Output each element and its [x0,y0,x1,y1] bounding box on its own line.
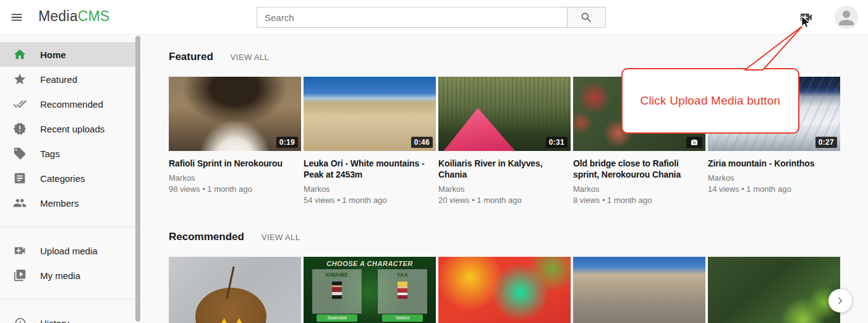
sidebar-scrollbar[interactable] [135,36,140,322]
search-button[interactable] [567,7,606,28]
thumbnail-detail [195,288,267,323]
featured-view-all-link[interactable]: VIEW ALL [231,53,269,62]
thumbnail-game-name: YAA [378,272,427,278]
thumbnail-game-button: Selected [317,314,357,322]
user-avatar[interactable] [835,6,858,29]
thumbnail-detail [226,266,235,299]
search-icon [580,11,593,24]
video-thumbnail[interactable] [169,257,301,323]
video-thumbnail[interactable] [573,257,705,323]
upload-media-icon [13,244,27,257]
thumbnail-detail [216,318,247,323]
duration-badge: 0:27 [815,137,837,148]
search-input[interactable] [257,7,567,28]
tag-icon [13,147,27,160]
media-meta: 98 views • 1 month ago [169,184,301,194]
sidebar-item-label: Members [40,198,79,209]
sidebar-divider [0,299,136,299]
thumbnail-game-button: Select [382,314,423,322]
media-card: CHOOSE A CHARACTER KWAME Selected YAA Se… [304,257,436,323]
new-releases-icon [13,122,27,136]
done-all-icon [13,97,27,111]
video-thumbnail[interactable]: 0:19 [169,77,301,151]
media-card [573,257,705,323]
sidebar-item-label: Tags [40,149,60,159]
section-title: Featured [169,51,213,63]
sidebar-item-members[interactable]: Members [0,191,136,215]
thumbnail-detail [444,108,516,151]
thumbnail-game-name: KWAME [313,272,361,278]
recommended-cards-row: CHOOSE A CHARACTER KWAME Selected YAA Se… [169,257,868,323]
sidebar-item-recent-uploads[interactable]: Recent uploads [0,116,136,141]
sidebar-item-recommended[interactable]: Recommended [0,92,136,116]
annotation-text: Click Upload Media button [640,94,781,108]
duration-badge: 0:31 [546,137,568,148]
media-card [438,257,571,323]
media-title[interactable]: Koiliaris River in Kalyves, Chania [438,158,571,180]
featured-section-header: Featured VIEW ALL [169,51,868,63]
sidebar-item-featured[interactable]: Featured [0,67,136,92]
logo-text-media: Media [38,8,78,24]
media-author[interactable]: Markos [708,173,840,183]
topbar: MediaCMS [0,0,868,35]
media-meta: 8 views • 1 month ago [573,196,705,205]
sidebar-item-label: My media [40,270,80,281]
sidebar-item-categories[interactable]: Categories [0,166,136,191]
photo-badge [686,137,702,148]
media-author[interactable]: Markos [438,184,571,194]
chevron-right-icon [833,294,847,308]
recommended-section-header: Recommended VIEW ALL [169,231,868,243]
video-thumbnail[interactable] [708,257,840,323]
sidebar-item-label: Recent uploads [40,124,104,134]
media-meta: 54 views • 1 month ago [304,196,436,205]
thumbnail-game-panel: YAA Select [378,269,427,314]
media-meta: 20 views • 1 month ago [438,196,571,205]
duration-badge: 0:46 [411,137,433,148]
video-thumbnail[interactable] [438,257,571,323]
person-icon [835,7,857,29]
sidebar-item-tags[interactable]: Tags [0,141,136,166]
upload-media-icon[interactable] [799,10,814,25]
sidebar-item-label: Upload media [40,246,98,256]
media-title[interactable]: Old bridge close to Rafioli sprint, Nero… [573,158,705,180]
logo-text-cms: CMS [78,8,110,24]
thumbnail-game-character [332,282,342,299]
media-card: 0:46 Leuka Ori - White mountains - Peak … [304,77,436,205]
recommended-view-all-link[interactable]: VIEW ALL [262,233,300,242]
sidebar-item-label: History [40,318,69,323]
sidebar-item-label: Home [40,50,66,60]
media-author[interactable]: Markos [573,184,705,194]
section-title: Recommended [169,231,244,243]
my-media-icon [13,269,27,282]
media-card: 0:31 Koiliaris River in Kalyves, Chania … [438,77,571,205]
sidebar-item-label: Categories [40,173,85,184]
sidebar-item-history[interactable]: History [0,311,136,323]
sidebar-item-label: Featured [40,74,77,85]
media-author[interactable]: Markos [304,184,436,194]
app-logo[interactable]: MediaCMS [38,8,109,25]
media-title[interactable]: Rafioli Sprint in Nerokourou [169,158,301,169]
media-title[interactable]: Ziria mountain - Korinthos [708,158,840,169]
sidebar-divider [0,226,136,227]
sidebar-item-home[interactable]: Home [0,42,136,67]
media-author[interactable]: Markos [169,173,301,183]
media-card [169,257,301,323]
carousel-next-button[interactable] [828,289,852,312]
media-title[interactable]: Leuka Ori - White mountains - Peak at 24… [304,158,436,180]
video-thumbnail[interactable]: 0:31 [438,77,571,151]
thumbnail-game-header: CHOOSE A CHARACTER [304,260,436,267]
menu-icon[interactable] [10,11,23,24]
thumbnail-game-character [398,282,407,299]
video-thumbnail[interactable]: 0:46 [304,77,436,151]
thumbnail-game-panel: KWAME Selected [312,269,362,314]
history-icon [13,316,27,323]
sidebar-item-my-media[interactable]: My media [0,263,136,288]
home-icon [13,48,27,61]
sidebar-item-label: Recommended [40,99,103,110]
sidebar-item-upload-media[interactable]: Upload media [0,238,136,263]
media-meta: 14 views • 1 month ago [708,184,840,194]
search-bar [257,7,606,28]
video-thumbnail[interactable]: CHOOSE A CHARACTER KWAME Selected YAA Se… [304,257,436,323]
duration-badge: 0:19 [276,137,298,148]
categories-icon [13,171,27,185]
